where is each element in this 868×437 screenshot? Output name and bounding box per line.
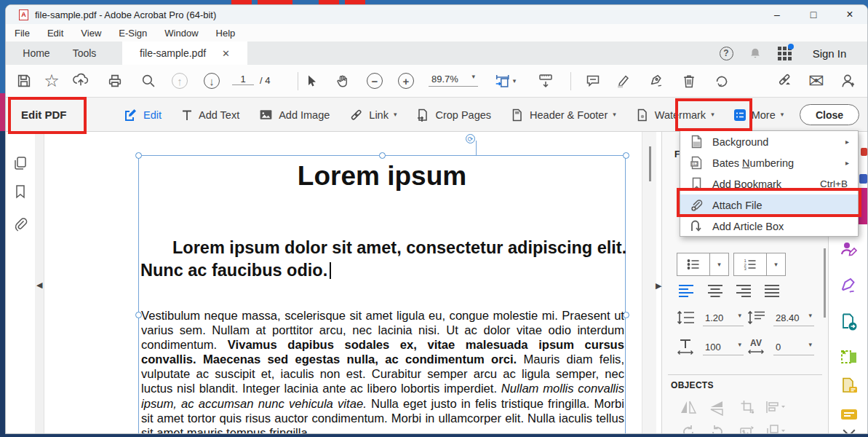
next-page-button[interactable]: ↓ (204, 73, 220, 89)
resize-handle[interactable] (379, 152, 386, 159)
align-right-button[interactable] (736, 284, 752, 297)
menu-item-bates-numbering[interactable]: 012 Bates Numbering ▸ (680, 152, 858, 173)
flip-horizontal-button[interactable] (680, 400, 697, 414)
email-button[interactable]: ✉ (808, 70, 824, 92)
redo-button[interactable] (714, 73, 730, 89)
attachments-panel-button[interactable] (12, 216, 28, 232)
comment-box-icon (840, 408, 859, 422)
more-button[interactable]: More ▾ (733, 109, 784, 122)
organize-pages-tool-button[interactable] (840, 347, 859, 366)
add-image-button[interactable]: Add Image (258, 107, 330, 122)
hand-tool-button[interactable] (335, 73, 351, 89)
notifications-button[interactable] (746, 44, 764, 62)
crop-object-button[interactable] (740, 399, 755, 414)
request-signatures-tool-button[interactable] (840, 377, 859, 395)
menu-item-add-article-box[interactable]: Add Article Box (680, 216, 858, 237)
close-editpdf-button[interactable]: Close (800, 104, 859, 125)
flip-vertical-button[interactable] (709, 400, 725, 416)
character-spacing-select[interactable]: 0 ▾ (773, 342, 814, 355)
menu-item-background[interactable]: Background ▸ (680, 131, 858, 152)
fill-sign-tool-button[interactable] (840, 240, 859, 259)
align-justify-button[interactable] (764, 284, 780, 297)
help-button[interactable]: ? (717, 44, 735, 62)
page-number-input[interactable]: 1 (232, 74, 254, 85)
menu-esign[interactable]: E-Sign (119, 28, 147, 39)
menu-view[interactable]: View (81, 28, 101, 39)
bullet-list-dropdown[interactable]: ▾ (709, 253, 728, 275)
add-reviewer-button[interactable] (840, 73, 857, 90)
zoom-level-select[interactable]: 89.7% ▾ (429, 74, 478, 87)
edit-tool-button[interactable]: Edit (122, 107, 162, 123)
align-center-button[interactable] (707, 284, 723, 297)
menu-file[interactable]: File (15, 28, 30, 39)
share-button[interactable] (73, 73, 89, 90)
menu-item-attach-file[interactable]: Attach File (680, 194, 858, 216)
page-thumbnails-button[interactable] (12, 155, 28, 171)
svg-text:012: 012 (691, 162, 697, 166)
collapse-left-panel-arrow[interactable]: ◀ (36, 280, 42, 290)
sign-in-button[interactable]: Sign In (806, 44, 853, 62)
watermark-button[interactable]: Watermark ▾ (635, 108, 714, 122)
export-pdf-tool-button[interactable] (840, 312, 859, 331)
menu-help[interactable]: Help (216, 28, 236, 39)
replace-image-button[interactable] (738, 424, 756, 434)
close-window-button[interactable]: × (835, 5, 864, 24)
align-right-icon (736, 284, 752, 297)
menu-item-add-bookmark[interactable]: Add Bookmark Ctrl+B (680, 173, 858, 194)
link-button[interactable]: Link ▾ (349, 107, 397, 122)
header-footer-button[interactable]: Header & Footer ▾ (510, 108, 616, 122)
paragraph-spacing-select[interactable]: 28.40 ▾ (773, 312, 814, 326)
apps-grid-icon (778, 47, 792, 60)
tab-close-icon[interactable]: ✕ (222, 48, 230, 59)
ruler-tools-button[interactable] (537, 72, 554, 90)
horizontal-scale-select[interactable]: 100 ▾ (703, 342, 744, 355)
sign-certificate-tool-button[interactable] (840, 276, 859, 295)
rotate-cw-button[interactable] (709, 424, 725, 434)
star-button[interactable]: ☆ (44, 71, 60, 91)
numbered-list-button[interactable]: 123 (734, 253, 766, 275)
numbered-list-dropdown[interactable]: ▾ (766, 253, 785, 275)
minimize-button[interactable]: – (763, 5, 792, 24)
tab-home[interactable]: Home (13, 42, 60, 65)
format-panel-scrollbar[interactable] (824, 248, 826, 318)
delete-button[interactable] (682, 74, 697, 89)
tab-document[interactable]: file-sample.pdf ✕ (122, 42, 247, 65)
print-button[interactable] (108, 74, 123, 89)
menu-edit[interactable]: Edit (47, 28, 63, 39)
add-text-button[interactable]: Add Text (180, 109, 239, 122)
highlight-button[interactable] (615, 73, 631, 89)
more-tools-chevron[interactable] (845, 426, 853, 434)
tab-tools[interactable]: Tools (61, 42, 108, 65)
align-left-button[interactable] (678, 284, 694, 297)
share-link-button[interactable] (776, 72, 793, 90)
zoom-in-button[interactable]: + (398, 73, 414, 89)
select-tool-button[interactable] (304, 74, 319, 88)
save-button[interactable] (17, 74, 32, 89)
maximize-button[interactable]: □ (799, 5, 828, 24)
line-spacing-select[interactable]: 1.20 ▾ (703, 312, 744, 326)
resize-handle[interactable] (623, 152, 629, 159)
bookmarks-panel-button[interactable] (13, 184, 28, 200)
document-scrollbar[interactable] (642, 132, 656, 434)
resize-handle[interactable] (135, 152, 142, 159)
previous-page-button[interactable]: ↑ (172, 73, 188, 89)
search-button[interactable] (141, 74, 156, 89)
page-fit-button[interactable]: ▾ (494, 72, 517, 90)
arrange-objects-button[interactable] (765, 424, 787, 434)
rotate-handle[interactable]: ⟳ (466, 134, 475, 143)
sign-button[interactable] (648, 73, 665, 90)
align-objects-button[interactable] (765, 400, 787, 414)
zoom-out-button[interactable]: − (367, 73, 383, 89)
bullet-list-button[interactable] (677, 253, 709, 275)
character-spacing-value: 0 (776, 342, 781, 353)
apps-grid-button[interactable] (775, 44, 794, 62)
rotate-ccw-button[interactable] (680, 424, 696, 434)
fountain-pen-icon (648, 73, 665, 90)
pdf-page[interactable]: ⟳ Lorem ipsum Lorem ipsum dolor sit amet… (44, 132, 642, 434)
expand-panel-arrow[interactable]: ▶ (656, 281, 661, 291)
scrollbar-thumb[interactable] (649, 146, 651, 181)
comment-button[interactable] (585, 73, 601, 89)
comments-tool-button[interactable] (840, 408, 859, 422)
menu-window[interactable]: Window (164, 28, 198, 39)
crop-pages-button[interactable]: Crop Pages (415, 108, 491, 122)
